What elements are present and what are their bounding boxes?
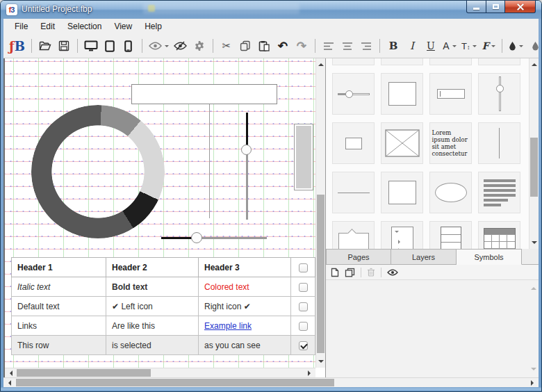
symbol-data-grid[interactable] bbox=[478, 221, 520, 249]
hslider-handle[interactable] bbox=[191, 232, 202, 243]
bold-button[interactable]: B bbox=[386, 38, 400, 54]
symbol-cell-partial[interactable] bbox=[381, 58, 423, 65]
canvas-table[interactable]: Header 1 Header 2 Header 3 Italic text B… bbox=[11, 257, 315, 355]
scroll-up-icon[interactable] bbox=[532, 60, 537, 66]
table-cell: Are like this bbox=[106, 316, 199, 336]
hide-annotations-button[interactable] bbox=[174, 38, 188, 54]
scroll-right-icon[interactable] bbox=[531, 380, 536, 386]
save-button[interactable] bbox=[57, 38, 71, 54]
scroll-up-icon[interactable] bbox=[318, 60, 324, 66]
donut-chart[interactable] bbox=[31, 105, 165, 238]
clipped-toolbar-button[interactable] bbox=[528, 38, 539, 54]
trash-icon[interactable] bbox=[367, 268, 375, 277]
menu-edit[interactable]: Edit bbox=[34, 19, 61, 33]
new-page-icon[interactable] bbox=[331, 268, 339, 277]
symbol-cell-partial[interactable] bbox=[478, 58, 520, 65]
font-color-button[interactable]: A bbox=[443, 38, 457, 54]
underline-button[interactable]: U bbox=[424, 38, 438, 54]
scroll-left-icon[interactable] bbox=[6, 380, 11, 386]
paste-button[interactable] bbox=[257, 38, 271, 54]
symbol-horizontal-line[interactable] bbox=[332, 172, 375, 213]
canvas-vertical-slider[interactable] bbox=[241, 108, 252, 224]
menu-selection[interactable]: Selection bbox=[61, 19, 108, 33]
canvas-horizontal-scrollbar[interactable] bbox=[5, 368, 315, 377]
symbols-list[interactable] bbox=[326, 280, 539, 377]
tab-pages[interactable]: Pages bbox=[326, 249, 391, 265]
example-link[interactable]: Example link bbox=[204, 321, 252, 331]
duplicate-icon[interactable] bbox=[345, 268, 355, 277]
scroll-up-icon[interactable] bbox=[531, 284, 536, 290]
symbol-tree-view[interactable] bbox=[381, 221, 423, 249]
redo-button[interactable]: ↷ bbox=[295, 38, 309, 54]
palette-scrollbar[interactable] bbox=[529, 58, 539, 249]
desktop-preview-button[interactable] bbox=[84, 38, 98, 54]
design-canvas[interactable]: Header 1 Header 2 Header 3 Italic text B… bbox=[5, 58, 315, 368]
undo-button[interactable]: ↶ bbox=[276, 38, 290, 54]
italic-button[interactable]: I bbox=[405, 38, 419, 54]
tab-layers[interactable]: Layers bbox=[391, 249, 457, 265]
row-checkbox[interactable] bbox=[299, 322, 308, 331]
menu-view[interactable]: View bbox=[108, 19, 138, 33]
close-button[interactable] bbox=[505, 1, 536, 13]
row-checkbox[interactable] bbox=[299, 283, 308, 292]
fill-color-button[interactable] bbox=[509, 38, 523, 54]
window-horizontal-scrollbar[interactable] bbox=[3, 377, 539, 387]
canvas-vertical-scrollbar[interactable] bbox=[315, 58, 325, 368]
scroll-down-icon[interactable] bbox=[531, 368, 536, 373]
menu-help[interactable]: Help bbox=[138, 19, 168, 33]
window-hscroll-thumb[interactable] bbox=[16, 379, 334, 386]
align-right-button[interactable] bbox=[359, 38, 373, 54]
align-left-button[interactable] bbox=[322, 38, 336, 54]
row-checkbox[interactable] bbox=[299, 302, 308, 311]
symbol-ellipse[interactable] bbox=[429, 172, 472, 213]
symbol-cell-partial[interactable] bbox=[332, 58, 375, 65]
symbol-text-block[interactable]: Lorem ipsum dolor sit amet consectetur bbox=[429, 122, 472, 164]
phone-icon bbox=[124, 40, 132, 52]
titlebar[interactable]: f3 Untitled Project.fbp bbox=[1, 1, 541, 19]
tablet-preview-button[interactable] bbox=[103, 38, 117, 54]
symbol-cell-partial[interactable] bbox=[429, 58, 472, 65]
header-checkbox[interactable] bbox=[299, 263, 308, 272]
minimize-button[interactable] bbox=[466, 1, 486, 13]
copy-button[interactable] bbox=[238, 38, 252, 54]
symbol-vertical-line[interactable] bbox=[478, 122, 520, 164]
row-checkbox[interactable] bbox=[299, 341, 308, 350]
chevron-down-icon bbox=[491, 45, 495, 49]
menu-file[interactable]: File bbox=[8, 19, 34, 33]
symbol-list-box[interactable] bbox=[429, 221, 472, 249]
symbol-horizontal-slider[interactable] bbox=[332, 73, 375, 115]
visibility-dropdown-button[interactable] bbox=[149, 38, 169, 54]
symbol-callout-panel[interactable] bbox=[332, 221, 375, 249]
text-size-button[interactable]: T↕ bbox=[461, 38, 477, 54]
symbol-small-rectangle[interactable] bbox=[332, 122, 375, 164]
eye-icon[interactable] bbox=[387, 269, 398, 276]
scroll-down-icon[interactable] bbox=[532, 241, 537, 247]
font-family-label: F bbox=[482, 40, 488, 51]
align-center-button[interactable] bbox=[340, 38, 354, 54]
phone-preview-button[interactable] bbox=[122, 38, 136, 54]
open-button[interactable] bbox=[38, 38, 52, 54]
symbol-paragraph[interactable] bbox=[478, 172, 520, 213]
scroll-down-icon[interactable] bbox=[318, 360, 324, 366]
canvas-vertical-line[interactable] bbox=[209, 104, 210, 218]
canvas-horizontal-slider[interactable] bbox=[159, 231, 270, 245]
canvas-text-input[interactable] bbox=[131, 84, 277, 104]
palette-scroll-thumb[interactable] bbox=[530, 138, 538, 197]
maximize-button[interactable] bbox=[486, 1, 505, 13]
symbol-text-input[interactable] bbox=[429, 73, 472, 115]
scroll-left-icon[interactable] bbox=[7, 370, 13, 376]
symbol-vertical-slider[interactable] bbox=[478, 73, 520, 115]
canvas-scrollbar-widget[interactable] bbox=[294, 124, 313, 190]
symbol-image-placeholder[interactable] bbox=[381, 122, 423, 164]
symbol-rectangle[interactable] bbox=[381, 172, 423, 213]
canvas-hscroll-thumb[interactable] bbox=[17, 369, 151, 377]
symbol-rectangle[interactable] bbox=[381, 73, 423, 115]
canvas-vscroll-thumb[interactable] bbox=[317, 195, 325, 353]
vslider-handle[interactable] bbox=[241, 145, 252, 155]
font-family-button[interactable]: F bbox=[482, 38, 495, 54]
settings-button[interactable] bbox=[192, 38, 206, 54]
chevron-down-icon bbox=[519, 45, 523, 49]
scroll-right-icon[interactable] bbox=[308, 370, 313, 376]
cut-button[interactable]: ✂ bbox=[220, 38, 233, 54]
tab-symbols[interactable]: Symbols bbox=[457, 249, 522, 265]
